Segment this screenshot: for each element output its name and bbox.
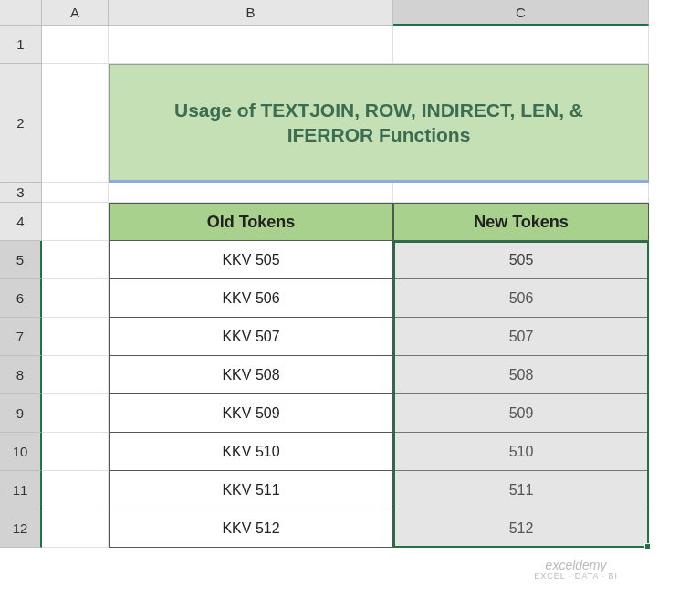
cell-a8[interactable] — [42, 356, 109, 394]
col-header-b[interactable]: B — [109, 0, 393, 26]
row-header-5[interactable]: 5 — [0, 241, 42, 279]
select-all-corner[interactable] — [0, 0, 42, 26]
cell-b3[interactable] — [109, 183, 393, 203]
cell-old-4[interactable]: KKV 509 — [109, 394, 393, 433]
cell-a5[interactable] — [42, 241, 109, 279]
cell-old-3[interactable]: KKV 508 — [109, 356, 393, 394]
cell-new-1[interactable]: 506 — [393, 279, 649, 318]
col-header-a[interactable]: A — [42, 0, 109, 26]
cell-new-7[interactable]: 512 — [393, 509, 649, 548]
cell-new-0[interactable]: 505 — [393, 241, 649, 279]
cell-a10[interactable] — [42, 433, 109, 471]
row-header-3[interactable]: 3 — [0, 183, 42, 203]
cell-b1[interactable] — [109, 26, 393, 64]
cell-new-6[interactable]: 511 — [393, 471, 649, 509]
row-header-1[interactable]: 1 — [0, 26, 42, 64]
cell-a4[interactable] — [42, 203, 109, 241]
title-box: Usage of TEXTJOIN, ROW, INDIRECT, LEN, &… — [109, 64, 649, 183]
cell-a7[interactable] — [42, 318, 109, 356]
cell-new-4[interactable]: 509 — [393, 394, 649, 433]
row-header-2[interactable]: 2 — [0, 64, 42, 183]
cell-a6[interactable] — [42, 279, 109, 318]
row-header-8[interactable]: 8 — [0, 356, 42, 394]
spreadsheet-grid: A B C 1 2 Usage of TEXTJOIN, ROW, INDIRE… — [0, 0, 700, 548]
header-new-tokens[interactable]: New Tokens — [393, 203, 649, 241]
watermark: exceldemy EXCEL · DATA · BI — [534, 559, 618, 582]
header-old-tokens[interactable]: Old Tokens — [109, 203, 393, 241]
cell-a12[interactable] — [42, 509, 109, 548]
cell-a1[interactable] — [42, 26, 109, 64]
row-header-10[interactable]: 10 — [0, 433, 42, 471]
cell-old-2[interactable]: KKV 507 — [109, 318, 393, 356]
cell-new-3[interactable]: 508 — [393, 356, 649, 394]
cell-new-5[interactable]: 510 — [393, 433, 649, 471]
row-header-6[interactable]: 6 — [0, 279, 42, 318]
watermark-sub: EXCEL · DATA · BI — [534, 572, 618, 582]
cell-old-1[interactable]: KKV 506 — [109, 279, 393, 318]
cell-old-6[interactable]: KKV 511 — [109, 471, 393, 509]
col-header-c[interactable]: C — [393, 0, 649, 26]
cell-a3[interactable] — [42, 183, 109, 203]
row-header-9[interactable]: 9 — [0, 394, 42, 433]
cell-old-5[interactable]: KKV 510 — [109, 433, 393, 471]
cell-a2[interactable] — [42, 64, 109, 183]
row-header-11[interactable]: 11 — [0, 471, 42, 509]
cell-old-7[interactable]: KKV 512 — [109, 509, 393, 548]
row-header-12[interactable]: 12 — [0, 509, 42, 548]
cell-old-0[interactable]: KKV 505 — [109, 241, 393, 279]
cell-c1[interactable] — [393, 26, 649, 64]
watermark-main: exceldemy — [546, 558, 607, 572]
row-header-4[interactable]: 4 — [0, 203, 42, 241]
cell-a9[interactable] — [42, 394, 109, 433]
cell-new-2[interactable]: 507 — [393, 318, 649, 356]
cell-c3[interactable] — [393, 183, 649, 203]
cell-a11[interactable] — [42, 471, 109, 509]
row-header-7[interactable]: 7 — [0, 318, 42, 356]
